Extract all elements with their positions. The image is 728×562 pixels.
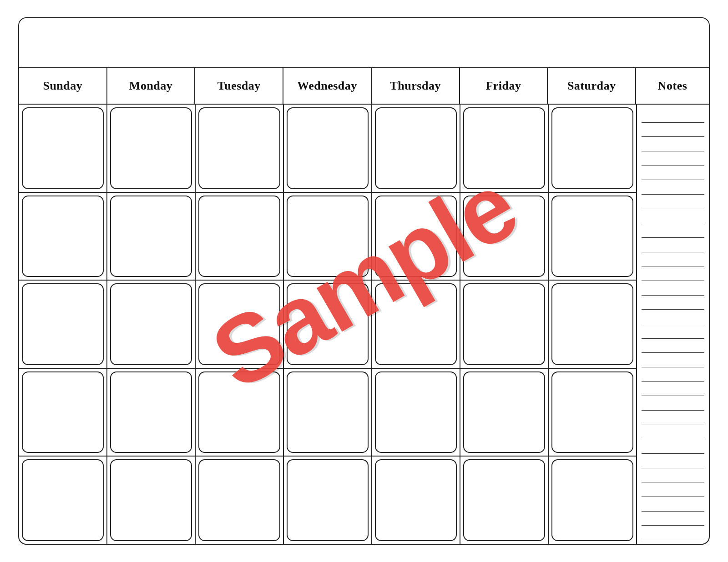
week-row-4: [19, 369, 636, 457]
header-thursday: Thursday: [372, 68, 460, 104]
header-friday: Friday: [460, 68, 548, 104]
day-cell[interactable]: [549, 457, 636, 544]
note-line: [642, 310, 704, 324]
note-line: [642, 468, 704, 483]
day-cell[interactable]: [19, 193, 107, 280]
day-cell[interactable]: [107, 281, 196, 368]
note-line: [642, 497, 704, 512]
week-row-3: [19, 281, 636, 369]
day-cell[interactable]: [549, 105, 636, 192]
day-cell[interactable]: [460, 457, 549, 544]
note-line: [642, 324, 704, 339]
note-line: [642, 123, 704, 137]
note-line: [642, 195, 704, 209]
day-cell[interactable]: [372, 457, 460, 544]
note-line: [642, 296, 704, 310]
day-cell[interactable]: [107, 193, 196, 280]
day-cell[interactable]: [107, 105, 196, 192]
note-line: [642, 281, 704, 296]
grid-area: [19, 105, 709, 544]
day-cell[interactable]: [284, 369, 372, 456]
day-cell[interactable]: [372, 369, 460, 456]
note-line: [642, 151, 704, 166]
day-cell[interactable]: [460, 281, 549, 368]
note-line: [642, 266, 704, 281]
note-line: [642, 526, 704, 540]
calendar-container: Sunday Monday Tuesday Wednesday Thursday…: [18, 17, 710, 545]
day-cell[interactable]: [19, 281, 107, 368]
note-line: [642, 512, 704, 526]
day-cell[interactable]: [549, 193, 636, 280]
day-cell[interactable]: [107, 369, 196, 456]
week-row-2: [19, 193, 636, 281]
day-cell[interactable]: [196, 281, 284, 368]
day-cell[interactable]: [284, 193, 372, 280]
note-line: [642, 108, 704, 123]
note-line: [642, 137, 704, 151]
note-line: [642, 166, 704, 181]
day-cell[interactable]: [372, 105, 460, 192]
day-cell[interactable]: [549, 281, 636, 368]
note-line: [642, 454, 704, 468]
day-cell[interactable]: [19, 369, 107, 456]
note-line: [642, 382, 704, 396]
note-line: [642, 180, 704, 195]
note-line: [642, 439, 704, 454]
day-cell[interactable]: [196, 369, 284, 456]
header-notes: Notes: [636, 68, 709, 104]
header-sunday: Sunday: [19, 68, 107, 104]
note-line: [642, 209, 704, 224]
title-row: [19, 18, 709, 68]
day-cell[interactable]: [549, 369, 636, 456]
days-grid: [19, 105, 636, 544]
day-cell[interactable]: [460, 193, 549, 280]
day-cell[interactable]: [284, 105, 372, 192]
week-row-5: [19, 457, 636, 544]
note-line: [642, 482, 704, 497]
note-line: [642, 396, 704, 411]
notes-column: [636, 105, 709, 544]
day-cell[interactable]: [19, 457, 107, 544]
header-row: Sunday Monday Tuesday Wednesday Thursday…: [19, 68, 709, 105]
header-saturday: Saturday: [548, 68, 636, 104]
day-cell[interactable]: [107, 457, 196, 544]
note-line: [642, 252, 704, 267]
day-cell[interactable]: [196, 105, 284, 192]
note-line: [642, 353, 704, 367]
header-monday: Monday: [107, 68, 196, 104]
note-line: [642, 339, 704, 353]
day-cell[interactable]: [196, 457, 284, 544]
day-cell[interactable]: [196, 193, 284, 280]
day-cell[interactable]: [284, 457, 372, 544]
day-cell[interactable]: [460, 369, 549, 456]
note-line: [642, 411, 704, 425]
day-cell[interactable]: [19, 105, 107, 192]
note-line: [642, 238, 704, 252]
header-tuesday: Tuesday: [195, 68, 283, 104]
note-line: [642, 223, 704, 238]
day-cell[interactable]: [372, 281, 460, 368]
day-cell[interactable]: [460, 105, 549, 192]
week-row-1: [19, 105, 636, 193]
note-line: [642, 367, 704, 382]
header-wednesday: Wednesday: [283, 68, 372, 104]
day-cell[interactable]: [372, 193, 460, 280]
note-line: [642, 425, 704, 440]
day-cell[interactable]: [284, 281, 372, 368]
